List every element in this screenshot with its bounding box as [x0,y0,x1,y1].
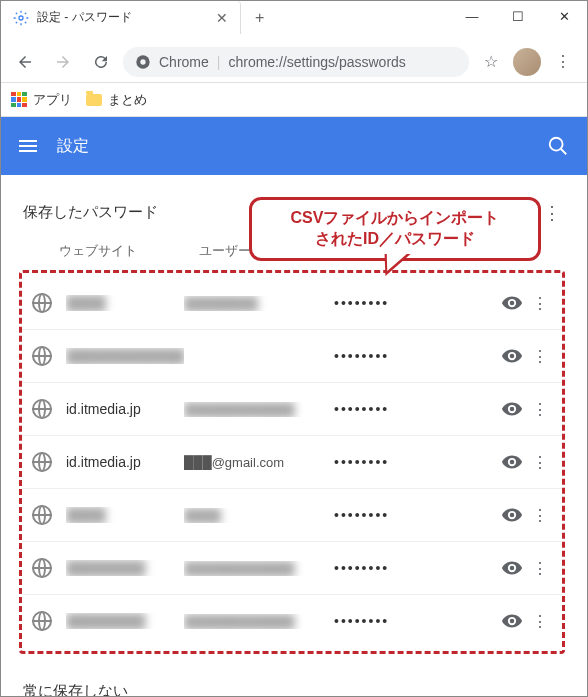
globe-icon [32,346,52,366]
annotation-callout: CSVファイルからインポート されたID／パスワード [249,197,541,261]
globe-icon [32,611,52,631]
password-cell: •••••••• [334,454,500,470]
apps-icon [11,92,27,108]
tab-title: 設定 - パスワード [37,9,208,26]
show-password-icon[interactable] [500,344,524,368]
highlighted-rows: ████████████••••••••⋮████████████•••••••… [19,270,565,654]
bookmark-star-icon[interactable]: ☆ [475,46,507,78]
toolbar: Chrome | chrome://settings/passwords ☆ ⋮ [1,41,587,83]
password-cell: •••••••• [334,401,500,417]
folder-icon [86,94,102,106]
reload-button[interactable] [85,46,117,78]
password-row: ████████████████████••••••••⋮ [22,594,562,647]
site-cell[interactable]: ████ [66,507,184,523]
menu-button[interactable]: ⋮ [547,46,579,78]
site-cell[interactable]: id.itmedia.jp [66,401,184,417]
url-path: chrome://settings/passwords [228,54,405,70]
svg-point-0 [19,16,23,20]
maximize-button[interactable]: ☐ [495,1,541,31]
back-button[interactable] [9,46,41,78]
chrome-icon [135,54,151,70]
password-row: ████████████████████••••••••⋮ [22,541,562,594]
site-cell[interactable]: ████████ [66,613,184,629]
password-cell: •••••••• [334,507,500,523]
row-menu-button[interactable]: ⋮ [528,559,552,578]
globe-icon [32,558,52,578]
site-cell[interactable]: ████ [66,295,184,311]
password-cell: •••••••• [334,348,500,364]
site-cell[interactable]: id.itmedia.jp [66,454,184,470]
forward-button[interactable] [47,46,79,78]
password-cell: •••••••• [334,613,500,629]
tab-close-icon[interactable]: ✕ [216,10,228,26]
browser-tab[interactable]: 設定 - パスワード ✕ [1,1,241,34]
new-tab-button[interactable]: + [241,1,278,35]
section-menu-button[interactable]: ⋮ [543,204,561,222]
window-controls: — ☐ ✕ [449,1,587,31]
row-menu-button[interactable]: ⋮ [528,612,552,631]
bookmark-folder[interactable]: まとめ [86,91,147,109]
content-area: CSVファイルからインポート されたID／パスワード 保存したパスワード ⋮ ウ… [1,175,587,697]
password-row: ████████████••••••••⋮ [22,329,562,382]
site-cell[interactable]: ████████████ [66,348,184,364]
svg-point-3 [550,138,563,151]
show-password-icon[interactable] [500,609,524,633]
menu-icon[interactable] [19,140,37,152]
address-bar[interactable]: Chrome | chrome://settings/passwords [123,47,469,77]
page-title: 設定 [57,136,547,157]
settings-header: 設定 [1,117,587,175]
show-password-icon[interactable] [500,397,524,421]
show-password-icon[interactable] [500,503,524,527]
password-row: ████████••••••••⋮ [22,488,562,541]
globe-icon [32,399,52,419]
show-password-icon[interactable] [500,450,524,474]
section-title: 保存したパスワード [23,203,158,222]
profile-avatar[interactable] [513,48,541,76]
site-cell[interactable]: ████████ [66,560,184,576]
password-row: id.itmedia.jp████████████••••••••⋮ [22,382,562,435]
search-icon[interactable] [547,135,569,157]
col-website: ウェブサイト [59,242,199,260]
username-cell: ████████████ [184,561,334,576]
row-menu-button[interactable]: ⋮ [528,506,552,525]
apps-shortcut[interactable]: アプリ [11,91,72,109]
show-password-icon[interactable] [500,556,524,580]
username-cell: ███@gmail.com [184,455,334,470]
username-cell: ████████ [184,296,334,311]
row-menu-button[interactable]: ⋮ [528,453,552,472]
url-origin: Chrome [159,54,209,70]
bookmarks-bar: アプリ まとめ [1,83,587,117]
never-save-title: 常に保存しない [19,670,565,697]
svg-line-4 [561,149,567,155]
window-titlebar: 設定 - パスワード ✕ + — ☐ ✕ [1,1,587,41]
svg-point-2 [140,59,145,64]
minimize-button[interactable]: — [449,1,495,31]
password-cell: •••••••• [334,560,500,576]
password-cell: •••••••• [334,295,500,311]
globe-icon [32,293,52,313]
close-window-button[interactable]: ✕ [541,1,587,31]
settings-favicon [13,10,29,26]
username-cell: ████████████ [184,614,334,629]
username-cell: ████ [184,508,334,523]
show-password-icon[interactable] [500,291,524,315]
row-menu-button[interactable]: ⋮ [528,347,552,366]
row-menu-button[interactable]: ⋮ [528,400,552,419]
username-cell: ████████████ [184,402,334,417]
password-row: id.itmedia.jp███@gmail.com••••••••⋮ [22,435,562,488]
row-menu-button[interactable]: ⋮ [528,294,552,313]
globe-icon [32,452,52,472]
globe-icon [32,505,52,525]
password-row: ████████████••••••••⋮ [22,277,562,329]
